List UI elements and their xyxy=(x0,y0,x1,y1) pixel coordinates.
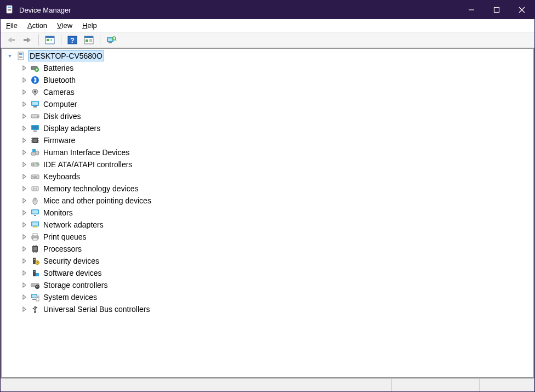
tree-item[interactable]: Mice and other pointing devices xyxy=(2,195,533,207)
expander-closed-icon[interactable] xyxy=(20,112,28,120)
tree-item-label[interactable]: Security devices xyxy=(42,256,100,266)
tree-item-label[interactable]: IDE ATA/ATAPI controllers xyxy=(42,160,133,169)
menu-file[interactable]: File xyxy=(6,21,18,30)
svg-rect-12 xyxy=(47,39,49,41)
drive-icon xyxy=(30,111,40,121)
forward-button[interactable] xyxy=(20,33,35,47)
tree-item[interactable]: Print queues xyxy=(2,231,533,243)
tree-item[interactable]: Bluetooth xyxy=(2,74,533,86)
tree-item-label[interactable]: Software devices xyxy=(42,268,103,278)
tree-item-label[interactable]: Computer xyxy=(42,99,78,109)
tree-item[interactable]: Universal Serial Bus controllers xyxy=(2,303,533,315)
statusbar xyxy=(1,378,534,391)
tree-item[interactable]: Security devices xyxy=(2,255,533,267)
expander-closed-icon[interactable] xyxy=(20,209,28,217)
expander-closed-icon[interactable] xyxy=(20,149,28,156)
tree-item[interactable]: Software devices xyxy=(2,267,533,279)
tree-item[interactable]: Monitors xyxy=(2,207,533,219)
device-tree[interactable]: DESKTOP-CV5680O BatteriesBluetoothCamera… xyxy=(1,49,534,378)
help-button[interactable]: ? xyxy=(65,33,79,47)
app-icon xyxy=(5,5,15,15)
tree-item[interactable]: IDE ATA/ATAPI controllers xyxy=(2,158,533,171)
expander-closed-icon[interactable] xyxy=(20,293,28,301)
tree-item[interactable]: Computer xyxy=(2,98,533,110)
svg-rect-27 xyxy=(19,53,22,55)
expander-closed-icon[interactable] xyxy=(20,197,28,204)
tree-item-label[interactable]: Mice and other pointing devices xyxy=(42,196,152,206)
svg-rect-36 xyxy=(34,94,36,95)
tree-item[interactable]: Keyboards xyxy=(2,171,533,183)
tree-item[interactable]: System devices xyxy=(2,291,533,303)
expander-closed-icon[interactable] xyxy=(20,124,28,132)
tree-item-label[interactable]: Memory technology devices xyxy=(42,184,140,194)
tree-item-label[interactable]: Batteries xyxy=(42,63,75,73)
expander-closed-icon[interactable] xyxy=(20,305,28,313)
tree-item[interactable]: Firmware xyxy=(2,134,533,146)
maximize-button[interactable] xyxy=(484,1,509,19)
svg-rect-64 xyxy=(33,178,37,178)
svg-point-35 xyxy=(34,90,36,93)
expander-closed-icon[interactable] xyxy=(20,269,28,277)
tree-item[interactable]: Cameras xyxy=(2,86,533,98)
tree-item-label[interactable]: Print queues xyxy=(42,232,88,242)
menu-help[interactable]: Help xyxy=(82,21,97,30)
expander-closed-icon[interactable] xyxy=(20,76,28,84)
computer-root-icon xyxy=(16,51,26,61)
tree-item[interactable]: Disk drives xyxy=(2,110,533,122)
tree-item-label[interactable]: Processors xyxy=(42,244,83,254)
tree-item[interactable]: Processors xyxy=(2,243,533,255)
tree-item-label[interactable]: Storage controllers xyxy=(42,280,109,290)
expander-closed-icon[interactable] xyxy=(20,88,28,96)
minimize-button[interactable] xyxy=(459,1,484,19)
scan-hardware-button[interactable] xyxy=(104,33,118,47)
expander-closed-icon[interactable] xyxy=(20,137,28,144)
expander-closed-icon[interactable] xyxy=(20,233,28,241)
expander-open-icon[interactable] xyxy=(6,52,14,60)
tree-item-label[interactable]: Firmware xyxy=(42,135,76,145)
tree-item-label[interactable]: System devices xyxy=(42,292,98,302)
back-button[interactable] xyxy=(4,33,18,47)
svg-rect-92 xyxy=(36,273,39,276)
tree-item[interactable]: Memory technology devices xyxy=(2,183,533,195)
tree-item[interactable]: Human Interface Devices xyxy=(2,146,533,158)
status-cell xyxy=(392,379,480,391)
tree-item[interactable]: Network adapters xyxy=(2,219,533,231)
properties-button[interactable] xyxy=(82,33,96,47)
menu-view[interactable]: View xyxy=(57,21,72,30)
camera-icon xyxy=(30,87,40,97)
tree-item[interactable]: Batteries xyxy=(2,62,533,74)
tree-item-label[interactable]: Display adapters xyxy=(42,123,101,133)
svg-rect-45 xyxy=(33,130,37,132)
menu-action[interactable]: Action xyxy=(27,21,47,30)
monitor-icon xyxy=(30,99,40,109)
svg-rect-38 xyxy=(32,102,38,105)
svg-rect-5 xyxy=(494,8,499,13)
expander-closed-icon[interactable] xyxy=(20,221,28,229)
svg-rect-91 xyxy=(34,271,35,272)
tree-item[interactable]: Display adapters xyxy=(2,122,533,134)
tree-item-label[interactable]: Universal Serial Bus controllers xyxy=(42,304,151,314)
tree-root-label[interactable]: DESKTOP-CV5680O xyxy=(28,50,104,61)
close-button[interactable] xyxy=(509,1,534,19)
tree-item-label[interactable]: Disk drives xyxy=(42,111,82,121)
tree-item-label[interactable]: Bluetooth xyxy=(42,75,77,85)
show-hide-tree-button[interactable] xyxy=(43,33,57,47)
expander-closed-icon[interactable] xyxy=(20,257,28,265)
printer-icon xyxy=(30,232,40,242)
menubar: File Action View Help xyxy=(1,19,534,32)
tree-item[interactable]: Storage controllers xyxy=(2,279,533,291)
expander-closed-icon[interactable] xyxy=(20,185,28,192)
expander-closed-icon[interactable] xyxy=(20,173,28,180)
expander-closed-icon[interactable] xyxy=(20,281,28,289)
tree-item-label[interactable]: Cameras xyxy=(42,87,76,97)
tree-item-label[interactable]: Network adapters xyxy=(42,220,105,230)
expander-closed-icon[interactable] xyxy=(20,161,28,168)
tree-item-label[interactable]: Monitors xyxy=(42,208,74,218)
svg-rect-94 xyxy=(32,285,35,286)
tree-item-label[interactable]: Keyboards xyxy=(42,172,81,181)
tree-item-label[interactable]: Human Interface Devices xyxy=(42,147,130,157)
expander-closed-icon[interactable] xyxy=(20,64,28,72)
tree-root[interactable]: DESKTOP-CV5680O xyxy=(2,50,533,62)
expander-closed-icon[interactable] xyxy=(20,100,28,108)
expander-closed-icon[interactable] xyxy=(20,245,28,253)
